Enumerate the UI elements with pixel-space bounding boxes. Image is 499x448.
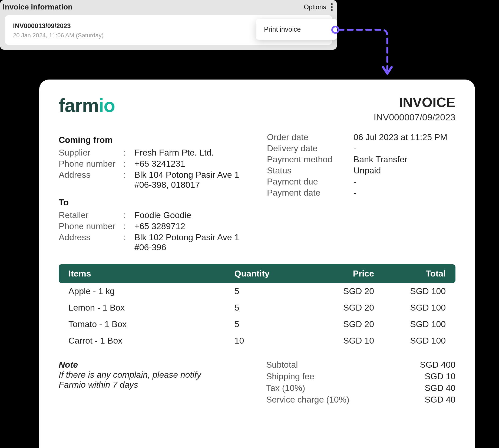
cell-qty: 5 — [234, 303, 302, 313]
supplier-label: Supplier — [59, 148, 124, 158]
cell-total: SGD 100 — [374, 303, 446, 313]
cell-price: SGD 20 — [302, 303, 374, 313]
kebab-menu-icon — [330, 2, 334, 12]
delivery-date-label: Delivery date — [267, 143, 353, 153]
th-quantity: Quantity — [234, 269, 302, 279]
invoice-document: farmio INVOICE INV000007/09/2023 Coming … — [39, 80, 475, 448]
cell-price: SGD 20 — [302, 286, 374, 296]
to-heading: To — [59, 197, 251, 207]
cell-price: SGD 10 — [302, 336, 374, 346]
status-label: Status — [267, 166, 353, 176]
invoice-number: INV000007/09/2023 — [374, 112, 455, 123]
payment-due-label: Payment due — [267, 177, 353, 187]
order-date-value: 06 Jul 2023 at 11:25 PM — [353, 132, 447, 142]
table-row: Lemon - 1 Box 5 SGD 20 SGD 100 — [59, 299, 455, 316]
retailer-value: Foodie Goodie — [134, 210, 191, 220]
delivery-date-value: - — [353, 143, 356, 153]
order-date-label: Order date — [267, 132, 353, 142]
coming-from-heading: Coming from — [59, 135, 251, 145]
farmio-logo: farmio — [59, 95, 115, 116]
note-body: If there is any complain, please notify … — [59, 370, 255, 390]
options-button[interactable]: Options — [304, 2, 334, 12]
cell-item: Carrot - 1 Box — [68, 336, 234, 346]
from-phone-value: +65 3241231 — [134, 159, 185, 169]
note-title: Note — [59, 360, 255, 370]
from-phone-label: Phone number — [59, 159, 124, 169]
payment-due-value: - — [353, 177, 356, 187]
invoice-heading: INVOICE — [374, 95, 455, 110]
to-phone-label: Phone number — [59, 221, 124, 231]
cell-price: SGD 20 — [302, 319, 374, 329]
shipping-label: Shipping fee — [266, 371, 314, 381]
cell-qty: 10 — [234, 336, 302, 346]
cell-qty: 5 — [234, 286, 302, 296]
flow-arrow-icon — [330, 24, 400, 81]
from-address-label: Address — [59, 170, 124, 180]
options-label: Options — [304, 3, 326, 11]
service-label: Service charge (10%) — [266, 395, 349, 405]
summary-block: SubtotalSGD 400 Shipping feeSGD 10 Tax (… — [266, 360, 455, 406]
th-price: Price — [302, 269, 374, 279]
payment-method-value: Bank Transfer — [353, 154, 407, 164]
service-value: SGD 40 — [425, 395, 455, 405]
print-invoice-item[interactable]: Print invoice — [264, 25, 329, 33]
tax-value: SGD 40 — [425, 383, 455, 393]
table-row: Tomato - 1 Box 5 SGD 20 SGD 100 — [59, 316, 455, 332]
to-address-value: Blk 102 Potong Pasir Ave 1 #06-396 — [134, 232, 239, 252]
logo-text-pre: farm — [59, 95, 99, 116]
note-block: Note If there is any complain, please no… — [59, 360, 255, 406]
th-total: Total — [374, 269, 446, 279]
cell-total: SGD 100 — [374, 319, 446, 329]
cell-qty: 5 — [234, 319, 302, 329]
to-address-label: Address — [59, 232, 124, 242]
payment-method-label: Payment method — [267, 154, 353, 164]
options-popover: Print invoice — [256, 19, 337, 40]
shipping-value: SGD 10 — [425, 371, 455, 381]
cell-item: Tomato - 1 Box — [68, 319, 234, 329]
cell-total: SGD 100 — [374, 336, 446, 346]
to-phone-value: +65 3289712 — [134, 221, 185, 231]
table-row: Carrot - 1 Box 10 SGD 10 SGD 100 — [59, 332, 455, 349]
subtotal-label: Subtotal — [266, 360, 298, 370]
items-table: Items Quantity Price Total Apple - 1 kg … — [59, 264, 455, 349]
payment-date-value: - — [353, 188, 356, 198]
logo-text-post: io — [99, 95, 115, 116]
supplier-value: Fresh Farm Pte. Ltd. — [134, 148, 214, 158]
cell-total: SGD 100 — [374, 286, 446, 296]
cell-item: Apple - 1 kg — [68, 286, 234, 296]
retailer-label: Retailer — [59, 210, 124, 220]
tax-label: Tax (10%) — [266, 383, 305, 393]
cell-item: Lemon - 1 Box — [68, 303, 234, 313]
card-title: Invoice information — [3, 3, 72, 11]
table-header: Items Quantity Price Total — [59, 264, 455, 283]
payment-date-label: Payment date — [267, 188, 353, 198]
th-items: Items — [68, 269, 234, 279]
table-row: Apple - 1 kg 5 SGD 20 SGD 100 — [59, 283, 455, 299]
status-value: Unpaid — [353, 166, 381, 176]
subtotal-value: SGD 400 — [420, 360, 455, 370]
from-address-value: Blk 104 Potong Pasir Ave 1 #06-398, 0180… — [134, 170, 239, 190]
svg-point-0 — [332, 27, 339, 33]
